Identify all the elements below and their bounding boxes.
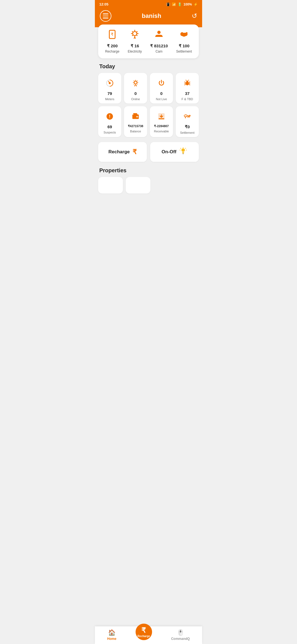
status-icons: 📳 📶 🔋 100% ⚡	[166, 2, 198, 6]
receivable-value: ₹-2284807	[154, 124, 169, 128]
grid-meters[interactable]: 79 Meters	[98, 73, 121, 103]
svg-line-46	[181, 148, 181, 149]
svg-point-43	[182, 148, 185, 152]
today-grid: 79 Meters 0 Onilne	[95, 73, 202, 140]
quick-electricity[interactable]: ₹ 16 Electricity	[128, 29, 142, 53]
onoff-action-label: On-Off	[162, 149, 177, 155]
recharge-amount: ₹ 200	[107, 43, 118, 48]
online-value: 0	[134, 91, 137, 96]
svg-line-9	[136, 31, 137, 32]
ftbd-label: F & TBD	[182, 97, 193, 101]
suspects-label: Suspects	[103, 131, 116, 134]
bug-icon	[181, 77, 194, 89]
svg-line-32	[189, 82, 190, 82]
svg-line-21	[137, 84, 138, 84]
online-label: Onilne	[131, 97, 140, 101]
status-time: 12:05	[99, 2, 108, 6]
settlement-label: Settlement	[176, 50, 192, 53]
recharge-action-label: Recharge	[108, 149, 130, 155]
settlement2-value: ₹0	[185, 124, 190, 129]
electricity-amount: ₹ 16	[131, 43, 139, 48]
svg-line-7	[132, 31, 133, 32]
svg-line-25	[135, 85, 135, 86]
download-icon	[155, 110, 168, 123]
electricity-icon	[130, 29, 140, 41]
svg-line-12	[135, 37, 136, 39]
svg-line-47	[185, 148, 186, 149]
balance-value: ₹42715738	[128, 124, 143, 128]
alert-icon: !	[103, 110, 116, 123]
charge-icon: ⚡	[194, 2, 198, 6]
svg-rect-40	[136, 116, 138, 118]
wallet-icon	[129, 110, 142, 123]
grid-suspects[interactable]: ! 69 Suspects	[98, 106, 121, 137]
settlement-amount: ₹ 100	[179, 43, 189, 48]
meters-label: Meters	[105, 97, 114, 101]
property-card-1[interactable]	[98, 177, 123, 193]
svg-line-8	[136, 35, 137, 36]
svg-line-36	[188, 80, 189, 80]
svg-line-35	[186, 80, 186, 80]
app-title: banish	[142, 12, 161, 20]
quick-stats-card: ₹ ₹ 200 Recharge ₹ 16 Electricity	[98, 24, 199, 58]
handshake-icon	[181, 110, 194, 123]
quick-cam[interactable]: ₹ 831210 Cam	[150, 29, 168, 53]
refresh-button[interactable]: ↺	[192, 12, 197, 20]
quick-recharge[interactable]: ₹ ₹ 200 Recharge	[105, 29, 119, 53]
power-icon	[155, 77, 168, 89]
cam-amount: ₹ 831210	[150, 43, 168, 48]
suspects-value: 69	[108, 124, 112, 129]
svg-line-26	[136, 85, 136, 86]
quick-settlement[interactable]: ₹ 100 Settlement	[176, 29, 192, 53]
svg-point-2	[133, 32, 137, 36]
svg-point-28	[186, 81, 188, 83]
battery-percent: 100%	[183, 2, 192, 6]
receivable-label: Receivable	[154, 130, 169, 133]
svg-text:₹: ₹	[111, 32, 114, 37]
svg-point-14	[109, 83, 111, 84]
cam-icon	[154, 29, 164, 41]
svg-line-31	[185, 84, 186, 85]
recharge-action-button[interactable]: Recharge ₹	[98, 142, 147, 162]
settlement2-label: Settlement	[180, 131, 195, 134]
meters-value: 79	[108, 91, 112, 96]
recharge-icon: ₹	[107, 29, 117, 41]
grid-notlive[interactable]: 0 Not Live	[150, 73, 173, 103]
grid-receivable[interactable]: ₹-2284807 Receivable	[150, 106, 173, 137]
cam-label: Cam	[155, 50, 162, 53]
status-bar: 12:05 📳 📶 🔋 100% ⚡	[95, 0, 202, 7]
svg-line-29	[185, 82, 186, 82]
menu-button[interactable]	[100, 10, 111, 22]
rupee-icon: ₹	[133, 148, 137, 156]
settlement-icon	[179, 29, 189, 41]
svg-line-20	[134, 81, 134, 81]
property-card-2[interactable]	[126, 177, 150, 193]
today-title: Today	[95, 61, 202, 73]
svg-point-15	[134, 81, 137, 84]
properties-title: Properties	[95, 166, 202, 177]
online-icon	[129, 77, 142, 89]
ftbd-value: 37	[185, 91, 190, 96]
svg-line-34	[189, 84, 190, 85]
properties-row	[95, 177, 202, 193]
onoff-action-button[interactable]: On-Off	[150, 142, 199, 162]
svg-line-10	[132, 35, 133, 36]
battery-icon: 🔋	[178, 2, 182, 6]
svg-rect-44	[183, 154, 184, 154]
notlive-label: Not Live	[156, 97, 167, 101]
grid-settlement[interactable]: ₹0 Settlement	[176, 106, 199, 137]
vibrate-icon: 📳	[166, 2, 170, 6]
svg-line-22	[137, 81, 138, 81]
recharge-label: Recharge	[105, 50, 119, 53]
grid-online[interactable]: 0 Onilne	[124, 73, 147, 103]
bulb-yellow-icon	[179, 147, 187, 157]
grid-ftbd[interactable]: 37 F & TBD	[176, 73, 199, 103]
wifi-icon: 📶	[172, 2, 176, 6]
grid-balance[interactable]: ₹42715738 Balance	[124, 106, 147, 137]
notlive-value: 0	[160, 91, 163, 96]
action-buttons-row: Recharge ₹ On-Off	[95, 140, 202, 166]
meter-icon	[103, 77, 116, 89]
electricity-label: Electricity	[128, 50, 142, 53]
svg-line-23	[134, 84, 134, 84]
svg-text:!: !	[109, 114, 110, 119]
